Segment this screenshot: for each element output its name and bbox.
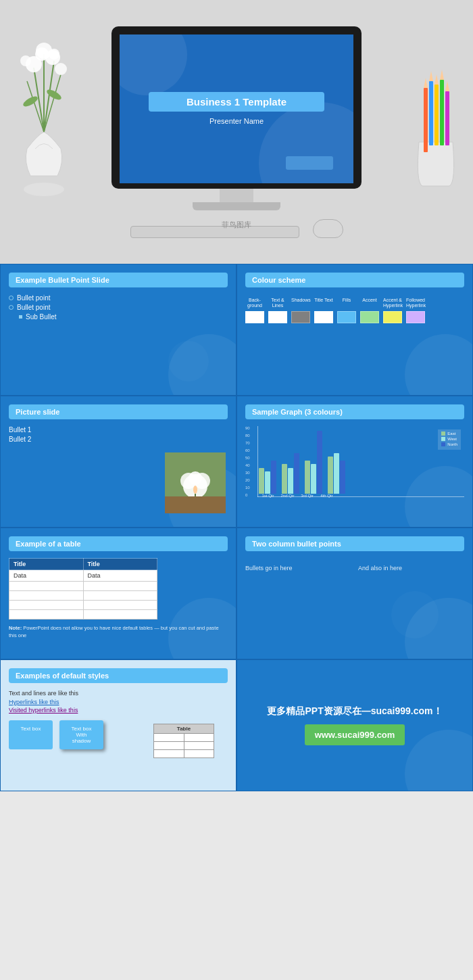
picture-bullet-1: Bullet 1 bbox=[9, 426, 228, 434]
text-box-2: Text boxWith shadow bbox=[59, 720, 103, 749]
bar-1-west bbox=[265, 471, 270, 494]
monitor-stand-base bbox=[193, 202, 280, 210]
bar-group-3 bbox=[305, 431, 322, 494]
monitor-screen: Business 1 Template Presenter Name bbox=[120, 34, 353, 183]
monitor-frame: Business 1 Template Presenter Name bbox=[108, 26, 365, 238]
table-header-row: Title Title bbox=[9, 559, 157, 570]
table-slide-content: Title Title DataData Note: PowerPoint do… bbox=[9, 558, 228, 639]
bar-2-west bbox=[288, 468, 293, 494]
bar-chart: East West North bbox=[245, 426, 464, 494]
svg-point-7 bbox=[20, 55, 31, 66]
small-table-row bbox=[154, 742, 214, 750]
svg-point-13 bbox=[22, 95, 39, 109]
legend-dot-north bbox=[441, 442, 445, 446]
watermark: 菲鸟图库 bbox=[222, 220, 251, 230]
swatch-6 bbox=[360, 311, 379, 323]
slide-presenter: Presenter Name bbox=[209, 117, 264, 125]
sub-bullet-dot bbox=[19, 315, 22, 319]
svg-rect-33 bbox=[165, 496, 226, 513]
svg-point-29 bbox=[189, 471, 202, 485]
legend-dot-east bbox=[441, 431, 445, 436]
bar-4-east bbox=[328, 457, 333, 494]
table-row: DataData bbox=[9, 570, 157, 582]
chart-legend: East West North bbox=[438, 429, 461, 450]
legend-east: East bbox=[441, 431, 457, 436]
colour-scheme-header: Colour scheme bbox=[245, 273, 464, 287]
two-column-header: Two column bullet points bbox=[245, 536, 464, 551]
x-axis bbox=[257, 496, 464, 497]
bullet-point-slide: Example Bullet Point Slide Bullet point … bbox=[0, 264, 236, 396]
swatch-4 bbox=[314, 311, 333, 323]
bar-2-east bbox=[282, 464, 287, 494]
ad-url: www.sucai999.com bbox=[315, 730, 395, 740]
keyboard bbox=[130, 226, 299, 238]
swatch-8 bbox=[406, 311, 425, 323]
svg-marker-22 bbox=[440, 70, 444, 80]
text-box-1: Text box bbox=[9, 720, 53, 749]
monitor-outer: Business 1 Template Presenter Name bbox=[111, 26, 362, 189]
picture-bullet-2: Bullet 2 bbox=[9, 436, 228, 443]
visited-link[interactable]: Visited hyperlinks like this bbox=[9, 707, 228, 714]
slide-title: Business 1 Template bbox=[149, 92, 324, 112]
svg-line-5 bbox=[44, 74, 61, 132]
monitor-section: Business 1 Template Presenter Name 菲鸟图库 bbox=[0, 0, 473, 264]
two-col-left: Bullets go in here bbox=[245, 565, 351, 571]
legend-north: North bbox=[441, 442, 457, 446]
legend-dot-west bbox=[441, 437, 445, 441]
sample-graph-content: 0102030405060708090 bbox=[245, 426, 464, 507]
slides-grid: Example Bullet Point Slide Bullet point … bbox=[0, 264, 473, 791]
x-axis-labels: 1st Qtr 2nd Qtr 3rd Qtr 4th Qtr bbox=[245, 494, 464, 498]
sample-graph-slide: Sample Graph (3 colours) 010203040506070… bbox=[236, 396, 473, 528]
table-note: Note: PowerPoint does not allow you to h… bbox=[9, 625, 228, 639]
swatch-3 bbox=[291, 311, 310, 323]
svg-rect-21 bbox=[440, 80, 444, 145]
svg-marker-20 bbox=[434, 74, 439, 85]
colour-scheme-slide: Colour scheme Back-ground Text & Lines S… bbox=[236, 264, 473, 396]
svg-marker-18 bbox=[429, 71, 433, 81]
table-row bbox=[9, 582, 157, 591]
bullet-dot-1 bbox=[9, 296, 14, 300]
bar-group-4 bbox=[328, 453, 345, 494]
swatch-5 bbox=[337, 311, 356, 323]
slide-rect bbox=[286, 156, 333, 170]
pencils-decoration bbox=[409, 54, 463, 189]
svg-point-0 bbox=[24, 183, 64, 196]
sub-bullet-item: Sub Bullet bbox=[9, 313, 228, 321]
bar-1-north bbox=[271, 461, 276, 494]
x-label-1: 1st Qtr bbox=[259, 494, 277, 498]
bar-3-east bbox=[305, 461, 310, 494]
mouse bbox=[313, 219, 343, 238]
flower-image bbox=[165, 452, 226, 513]
default-styles-content: Text and lines are like this Hyperlinks … bbox=[9, 690, 228, 749]
example-table: Title Title DataData bbox=[9, 558, 157, 620]
bar-group-1 bbox=[259, 461, 276, 494]
two-col-layout: Bullets go in here And also in here bbox=[245, 565, 464, 571]
x-label-2: 2nd Qtr bbox=[278, 494, 297, 498]
svg-rect-17 bbox=[429, 81, 433, 145]
ad-top-text: 更多精品PPT资源尽在—sucai999.com！ bbox=[267, 705, 442, 718]
bar-1-east bbox=[259, 468, 264, 494]
svg-point-12 bbox=[49, 49, 59, 60]
bullet-slide-content: Bullet point Bullet point Sub Bullet bbox=[9, 294, 228, 321]
bar-3-west bbox=[311, 464, 316, 494]
color-swatches bbox=[245, 311, 464, 323]
flower-placeholder bbox=[165, 452, 226, 513]
hyperlink-line[interactable]: Hyperlinks like this bbox=[9, 699, 228, 705]
small-table-row bbox=[154, 750, 214, 758]
small-table-row bbox=[154, 734, 214, 742]
table-row bbox=[9, 610, 157, 620]
colour-scheme-content: Back-ground Text & Lines Shadows Title T… bbox=[245, 298, 464, 323]
monitor-stand-neck bbox=[220, 189, 253, 202]
picture-slide: Picture slide Bullet 1 Bullet 2 bbox=[0, 396, 236, 528]
x-label-4: 4th Qtr bbox=[318, 494, 336, 498]
table-row bbox=[9, 601, 157, 610]
color-labels: Back-ground Text & Lines Shadows Title T… bbox=[245, 298, 464, 309]
swatch-7 bbox=[383, 311, 402, 323]
ad-bottom-bar: www.sucai999.com bbox=[305, 724, 405, 745]
picture-slide-content: Bullet 1 Bullet 2 bbox=[9, 426, 228, 443]
svg-marker-16 bbox=[424, 78, 428, 88]
swatch-2 bbox=[268, 311, 287, 323]
table-row bbox=[9, 591, 157, 601]
svg-marker-24 bbox=[445, 81, 449, 91]
svg-rect-19 bbox=[434, 85, 439, 145]
